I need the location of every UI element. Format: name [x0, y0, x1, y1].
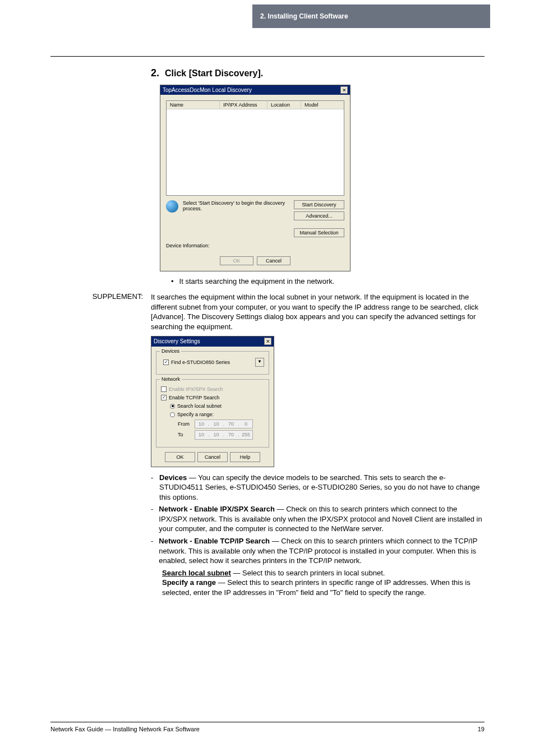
listview-header: Name IP/IPX Address Location Model	[167, 101, 344, 109]
devices-text: — You can specify the device models to b…	[159, 473, 480, 501]
specify-range-row: Specify a range:	[170, 411, 264, 418]
col-model: Model	[301, 101, 344, 109]
dash: -	[151, 504, 153, 534]
devices-fieldset: Devices Find e-STUDIO850 Series ▼	[156, 351, 269, 375]
step-number: 2.	[146, 67, 159, 79]
ip-octet: 10	[195, 420, 207, 428]
range-label: Specify a range:	[177, 411, 214, 418]
devices-desc: Devices — You can specify the device mod…	[159, 473, 485, 503]
network-legend: Network	[160, 376, 182, 382]
dialog-title: TopAccessDocMon Local Discovery	[163, 87, 252, 93]
find-checkbox[interactable]	[163, 359, 169, 365]
supplement-body: It searches the equipment within the loc…	[151, 292, 485, 597]
devices-legend: Devices	[160, 348, 181, 354]
help-button[interactable]: Help	[230, 452, 260, 462]
ip-octet: 70	[225, 420, 237, 428]
dialog2-titlebar: Discovery Settings ✕	[151, 336, 274, 347]
local-bold: Search local subnet	[162, 569, 231, 577]
dialog2-body: Devices Find e-STUDIO850 Series ▼ Networ…	[151, 347, 274, 467]
close-icon[interactable]: ✕	[340, 86, 348, 94]
local-subnet-label: Search local subnet	[177, 403, 222, 409]
devices-bold: Devices	[159, 473, 187, 482]
dropdown-icon[interactable]: ▼	[255, 358, 264, 367]
globe-icon	[166, 200, 178, 213]
tcp-checkbox[interactable]	[161, 395, 167, 400]
range-radio[interactable]	[170, 412, 175, 417]
discovery-settings-dialog: Discovery Settings ✕ Devices Find e-STUD…	[151, 336, 274, 467]
step-row: 2. Click [Start Discovery].	[146, 67, 485, 79]
cancel-button[interactable]: Cancel	[197, 452, 228, 462]
local-subnet-desc: Search local subnet — Select this to sea…	[162, 568, 485, 578]
chapter-title: 2. Installing Client Software	[260, 12, 348, 20]
ip-octet: 255	[240, 431, 252, 439]
page-footer: Network Fax Guide — Installing Network F…	[50, 722, 485, 732]
local-text: — Select this to search printers in loca…	[231, 569, 385, 577]
list-item: - Network - Enable IPX/SPX Search — Chec…	[151, 504, 485, 534]
page-number: 19	[478, 726, 485, 732]
dialog-body: Name IP/IPX Address Location Model Selec…	[160, 95, 350, 271]
supplement-row: SUPPLEMENT: It searches the equipment wi…	[50, 292, 485, 597]
bullet-note: • It starts searching the equipment in t…	[171, 277, 485, 285]
button-column: Start Discovery Advanced... Manual Selec…	[294, 200, 344, 237]
ipx-row: Enable IPX/SPX Search	[161, 386, 264, 393]
dash: -	[151, 473, 154, 503]
dash: -	[151, 536, 153, 566]
dialog2-buttons: OK Cancel Help	[156, 452, 269, 462]
ip-octet: 10	[210, 420, 223, 428]
to-label: To	[178, 431, 192, 438]
cancel-button[interactable]: Cancel	[257, 256, 290, 265]
dialog-bottom-buttons: OK Cancel	[166, 256, 344, 265]
col-address: IP/IPX Address	[220, 101, 268, 109]
manual-selection-button[interactable]: Manual Selection	[294, 228, 344, 237]
ip-octet: 0	[240, 420, 252, 428]
from-row: From 10. 10. 70. 0	[178, 420, 264, 428]
tcp-bold: Network - Enable TCP/IP Search	[159, 537, 270, 545]
bullet-dot: •	[171, 277, 174, 285]
start-discovery-button[interactable]: Start Discovery	[294, 200, 344, 209]
to-ip-input[interactable]: 10. 10. 70. 255	[195, 430, 253, 439]
tcp-desc: Network - Enable TCP/IP Search — Check o…	[159, 536, 485, 566]
list-item: - Devices — You can specify the device m…	[151, 473, 485, 503]
footer-row: Network Fax Guide — Installing Network F…	[50, 726, 485, 732]
col-location: Location	[268, 101, 301, 109]
bullet-text: It starts searching the equipment in the…	[179, 277, 335, 285]
range-bold: Specify a range	[162, 578, 216, 587]
hint-row: Select 'Start Discovery' to begin the di…	[166, 200, 344, 237]
ip-octet: 10	[195, 431, 207, 439]
to-row: To 10. 10. 70. 255	[178, 430, 264, 439]
from-label: From	[178, 421, 192, 427]
step-instruction: Click [Start Discovery].	[165, 68, 263, 79]
local-discovery-dialog: TopAccessDocMon Local Discovery ✕ Name I…	[160, 85, 350, 271]
tcp-label: Enable TCP/IP Search	[169, 394, 219, 401]
device-info-label: Device Information:	[166, 243, 344, 248]
ipx-bold: Network - Enable IPX/SPX Search	[159, 505, 275, 513]
dialog-titlebar: TopAccessDocMon Local Discovery ✕	[160, 85, 350, 95]
range-desc: Specify a range — Select this to search …	[162, 578, 485, 597]
horizontal-rule-top	[50, 56, 485, 57]
local-subnet-row: Search local subnet	[170, 403, 264, 409]
local-subnet-radio[interactable]	[170, 404, 175, 409]
ok-button[interactable]: OK	[220, 256, 253, 265]
ipx-label: Enable IPX/SPX Search	[169, 386, 223, 393]
advanced-button[interactable]: Advanced...	[294, 211, 344, 220]
col-name: Name	[167, 101, 220, 109]
ipx-checkbox	[161, 386, 167, 392]
ipx-desc: Network - Enable IPX/SPX Search — Check …	[159, 504, 485, 534]
close-icon[interactable]: ✕	[264, 338, 271, 345]
network-fieldset: Network Enable IPX/SPX Search Enable TCP…	[156, 379, 269, 448]
horizontal-rule-bottom	[50, 722, 485, 722]
find-device-row: Find e-STUDIO850 Series ▼	[163, 358, 264, 367]
ok-button[interactable]: OK	[165, 452, 195, 462]
tcp-row: Enable TCP/IP Search	[161, 394, 264, 401]
page-content: 2. Click [Start Discovery]. TopAccessDoc…	[50, 67, 485, 597]
option-descriptions: - Devices — You can specify the device m…	[151, 473, 485, 598]
find-label: Find e-STUDIO850 Series	[171, 359, 230, 366]
ip-octet: 70	[225, 431, 237, 439]
ip-octet: 10	[210, 431, 223, 439]
supplement-label: SUPPLEMENT:	[50, 292, 143, 597]
device-listview: Name IP/IPX Address Location Model	[166, 100, 344, 196]
from-ip-input[interactable]: 10. 10. 70. 0	[195, 420, 253, 428]
list-item: - Network - Enable TCP/IP Search — Check…	[151, 536, 485, 566]
dialog2-title: Discovery Settings	[154, 338, 200, 345]
chapter-header: 2. Installing Client Software	[252, 4, 490, 28]
